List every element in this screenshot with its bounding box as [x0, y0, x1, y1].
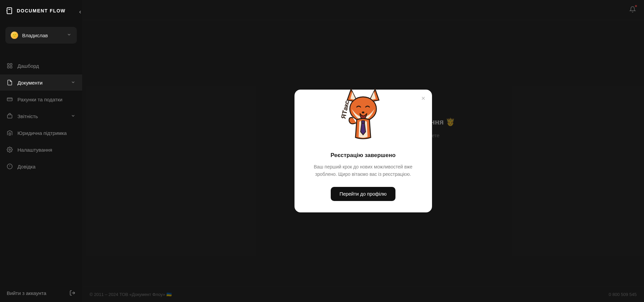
svg-rect-3: [7, 63, 9, 65]
sidebar-item-1[interactable]: Документи: [0, 74, 82, 91]
svg-rect-9: [7, 115, 12, 118]
sidebar-item-label: Рахунки та податки: [17, 97, 62, 102]
sidebar-item-label: Документи: [17, 80, 43, 86]
logout-label: Вийти з аккаунта: [7, 290, 46, 296]
user-switcher[interactable]: 🙂 Владислав: [5, 27, 77, 44]
registration-complete-modal: ЯTакс Реєстрацію завершено Ваш перший кр…: [294, 90, 432, 212]
document-icon: [7, 80, 13, 86]
sidebar-item-label: Налаштування: [17, 147, 52, 153]
main: браження 🤴 ю. Ви можете у нижче © 2011 –…: [82, 0, 644, 302]
sidebar-item-label: Звітність: [17, 113, 38, 119]
user-name: Владислав: [22, 33, 63, 38]
svg-rect-7: [7, 98, 12, 101]
sidebar-item-0[interactable]: Дашборд: [0, 58, 82, 74]
svg-rect-6: [10, 66, 12, 68]
svg-rect-20: [362, 121, 365, 123]
dashboard-icon: [7, 63, 13, 69]
card-icon: [7, 96, 13, 102]
sidebar: DOCUMENT FLOW 🙂 Владислав ДашбордДокумен…: [0, 0, 82, 302]
building-icon: [7, 130, 13, 136]
brand-icon: [5, 7, 13, 15]
chevron-down-icon: [67, 32, 71, 38]
svg-point-19: [362, 112, 365, 114]
mascot-text: ЯTакс: [340, 100, 351, 119]
mascot-fox-image: ЯTакс: [340, 84, 386, 141]
chevron-down-icon: [71, 113, 75, 119]
svg-rect-0: [7, 8, 12, 14]
chevron-down-icon: [71, 80, 75, 86]
logout-icon: [69, 290, 75, 296]
brand-text: DOCUMENT FLOW: [17, 8, 65, 13]
brand-block: DOCUMENT FLOW: [0, 0, 82, 21]
briefcase-icon: [7, 113, 13, 119]
svg-rect-4: [10, 63, 12, 65]
gear-icon: [7, 147, 13, 153]
sidebar-item-label: Юридична підтримка: [17, 130, 67, 136]
svg-rect-10: [9, 133, 11, 135]
modal-overlay[interactable]: ЯTакс Реєстрацію завершено Ваш перший кр…: [82, 0, 644, 302]
svg-point-11: [9, 149, 11, 151]
sidebar-item-2[interactable]: Рахунки та податки: [0, 91, 82, 107]
sidebar-item-label: Дашборд: [17, 63, 39, 69]
sidebar-item-5[interactable]: Налаштування: [0, 142, 82, 158]
close-icon[interactable]: [420, 95, 427, 102]
nav: ДашбордДокументиРахунки та податкиЗвітні…: [0, 58, 82, 174]
sidebar-item-4[interactable]: Юридична підтримка: [0, 125, 82, 141]
logout-button[interactable]: Вийти з аккаунта: [0, 284, 82, 302]
avatar: 🙂: [11, 32, 18, 39]
sidebar-item-label: Довідка: [17, 164, 36, 169]
sidebar-item-3[interactable]: Звітність: [0, 108, 82, 124]
modal-title: Реєстрацію завершено: [331, 152, 396, 159]
go-to-profile-button[interactable]: Перейти до профілю: [331, 187, 395, 201]
svg-rect-5: [7, 66, 9, 68]
modal-subtitle: Ваш перший крок до нових можливостей вже…: [308, 163, 419, 178]
sidebar-item-6[interactable]: Довідка: [0, 158, 82, 174]
info-icon: [7, 163, 13, 169]
